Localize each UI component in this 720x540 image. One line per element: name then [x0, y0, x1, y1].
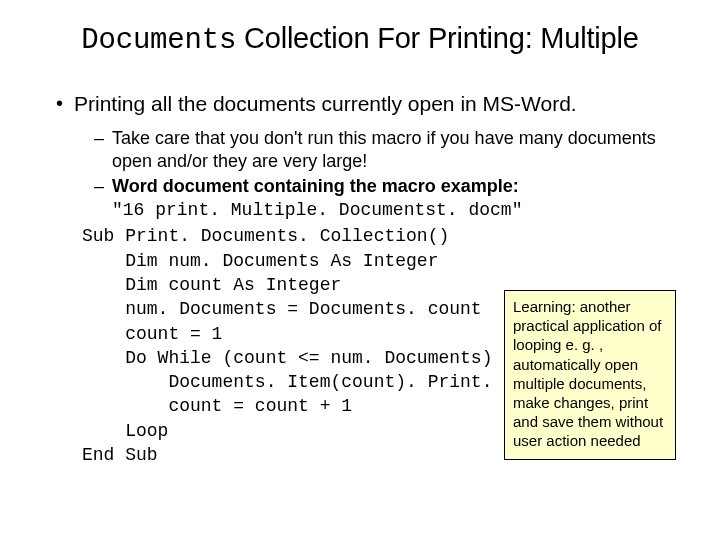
title-rest: Collection For Printing: Multiple — [236, 22, 639, 54]
sub-item-1: Take care that you don't run this macro … — [94, 127, 670, 173]
slide-title: Documents Collection For Printing: Multi… — [50, 22, 670, 57]
bullet-text-1: Printing all the documents currently ope… — [74, 92, 577, 115]
title-mono: Documents — [81, 24, 236, 57]
slide: Documents Collection For Printing: Multi… — [0, 0, 720, 540]
code-filename: "16 print. Multiple. Documentst. docm" — [112, 200, 522, 220]
sub-text-2: Word document containing the macro examp… — [112, 176, 519, 196]
learning-note-text: Learning: another practical application … — [513, 298, 663, 449]
sub-item-2: Word document containing the macro examp… — [94, 175, 670, 222]
sub-list: Take care that you don't run this macro … — [74, 127, 670, 222]
sub-text-1: Take care that you don't run this macro … — [112, 128, 656, 171]
learning-note-box: Learning: another practical application … — [504, 290, 676, 460]
